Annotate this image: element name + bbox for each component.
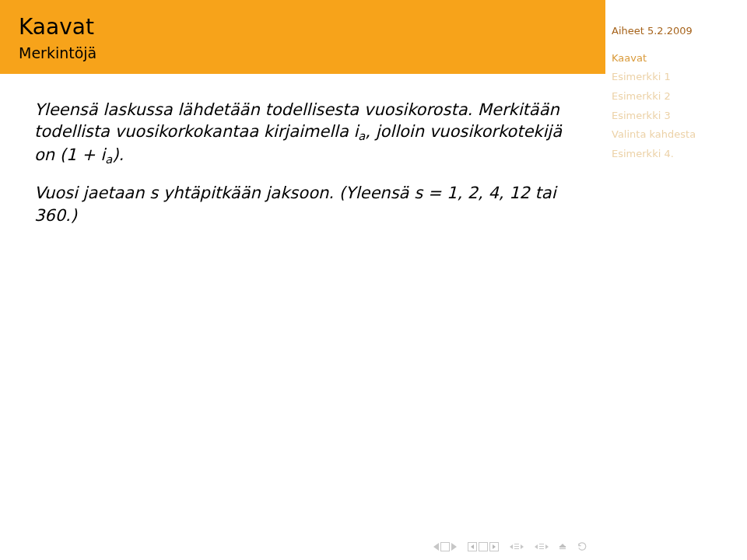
prev-subsection-icon[interactable] [535,544,538,549]
math-sub-a: a [105,152,112,166]
nav-back-forward-icon[interactable] [577,541,588,552]
text: Vuosi jaetaan s yhtäpitkään jaksoon. (Yl… [34,184,556,224]
slide: Kaavat Merkintöjä Yleensä laskussa lähde… [0,0,747,560]
section-stack-icon[interactable] [514,543,519,549]
frame-body: Yleensä laskussa lähdetään todellisesta … [0,74,605,226]
text: (1 + [60,145,101,164]
next-slide-icon[interactable] [451,543,457,551]
title-band: Kaavat Merkintöjä [0,0,605,74]
sidebar-item-esim2[interactable]: Esimerkki 2 [612,87,738,107]
nav-section-group [510,543,524,549]
frame-title: Kaavat [19,14,605,40]
paragraph-2: Vuosi jaetaan s yhtäpitkään jaksoon. (Yl… [34,182,582,226]
math-sub-a: a [358,129,365,142]
sidebar-item-esim4[interactable]: Esimerkki 4. [612,145,738,164]
prev-frame-icon[interactable] [468,542,477,551]
frame-box-icon[interactable] [479,542,488,551]
next-section-icon[interactable] [521,544,524,549]
text: ). [112,145,124,164]
sidebar: Aiheet 5.2.2009 Kaavat Esimerkki 1 Esime… [605,0,747,560]
next-subsection-icon[interactable] [545,544,549,549]
sidebar-item-kaavat[interactable]: Kaavat [612,49,738,68]
nav-appendix-icon[interactable] [559,544,566,550]
sidebar-item-esim3[interactable]: Esimerkki 3 [612,107,738,126]
sidebar-item-esim1[interactable]: Esimerkki 1 [612,68,738,87]
nav-subsection-group [535,543,549,549]
sidebar-doc-title: Aiheet 5.2.2009 [612,22,738,41]
frame-subtitle: Merkintöjä [19,44,605,61]
main-column: Kaavat Merkintöjä Yleensä laskussa lähde… [0,0,605,560]
paragraph-1: Yleensä laskussa lähdetään todellisesta … [34,99,582,166]
beamer-nav-bar [433,541,588,552]
slide-frame-icon[interactable] [440,542,450,551]
subsection-stack-icon[interactable] [539,543,544,549]
prev-slide-icon[interactable] [433,543,439,551]
nav-slide-group [433,542,457,551]
nav-frame-group [468,542,499,551]
next-frame-icon[interactable] [489,542,499,551]
prev-section-icon[interactable] [510,544,513,549]
sidebar-item-valinta[interactable]: Valinta kahdesta [612,125,738,145]
